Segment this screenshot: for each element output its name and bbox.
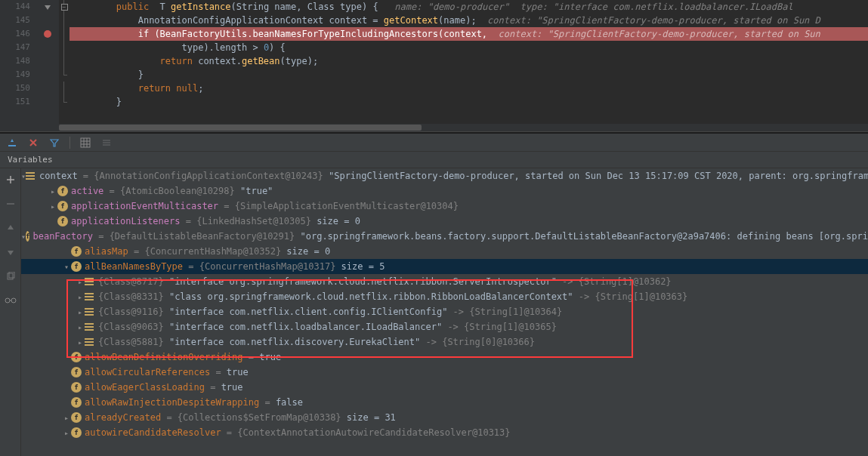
svg-rect-19 <box>26 175 35 177</box>
svg-rect-27 <box>85 308 94 310</box>
svg-rect-35 <box>85 344 94 346</box>
variable-row[interactable]: fapplicationListeners = {LinkedHashSet@1… <box>21 214 868 229</box>
debug-toolbar <box>0 134 868 152</box>
svg-point-15 <box>5 298 10 303</box>
variable-row[interactable]: fallowRawInjectionDespiteWrapping = fals… <box>21 395 868 410</box>
debug-panel: Variables ▾context = {AnnotationConfigAp… <box>0 134 868 456</box>
svg-rect-13 <box>8 273 13 279</box>
horizontal-scrollbar[interactable] <box>59 124 868 131</box>
grid-icon[interactable] <box>79 137 91 149</box>
variables-sidebar <box>0 168 21 456</box>
variable-row[interactable]: fallowCircularReferences = true <box>21 365 868 380</box>
code-editor[interactable]: 144145146147148149150151 − public T getI… <box>0 0 868 131</box>
variable-row[interactable]: ▸factive = {AtomicBoolean@10298} "true" <box>21 183 868 199</box>
copy-icon[interactable] <box>4 270 17 283</box>
variable-row[interactable]: fallowBeanDefinitionOverriding = true <box>21 350 868 365</box>
variables-header: Variables <box>0 152 868 168</box>
remove-watch-icon[interactable] <box>27 137 39 149</box>
variable-row[interactable]: ▾fbeanFactory = {DefaultListableBeanFact… <box>21 229 868 244</box>
variable-row[interactable]: ▸{Class@5881} "interface com.netflix.dis… <box>21 334 868 350</box>
up-icon[interactable] <box>4 221 17 235</box>
down-icon[interactable] <box>4 245 17 259</box>
svg-point-16 <box>11 298 16 303</box>
svg-rect-30 <box>85 323 94 325</box>
variable-row[interactable]: ▸{Class@8331} "class org.springframework… <box>21 289 868 304</box>
variables-tree[interactable]: ▾context = {AnnotationConfigApplicationC… <box>21 168 868 456</box>
svg-point-0 <box>44 30 51 38</box>
svg-rect-2 <box>81 138 90 147</box>
variable-row[interactable]: ▸falreadyCreated = {Collections$SetFromM… <box>21 410 868 425</box>
svg-rect-20 <box>26 178 35 180</box>
svg-rect-14 <box>9 272 14 278</box>
variable-row[interactable]: ▸{Class@9116} "interface com.netflix.cli… <box>21 304 868 319</box>
svg-rect-1 <box>8 145 16 146</box>
separator <box>70 137 70 149</box>
scrollbar-thumb[interactable] <box>59 125 422 131</box>
variable-row[interactable]: fallowEagerClassLoading = true <box>21 380 868 395</box>
svg-rect-23 <box>85 284 94 285</box>
svg-rect-33 <box>85 338 94 340</box>
variable-row[interactable]: ▸{Class@9063} "interface com.netflix.loa… <box>21 319 868 334</box>
svg-rect-34 <box>85 341 94 343</box>
svg-rect-21 <box>85 278 94 279</box>
variable-row[interactable]: ▸fapplicationEventMulticaster = {SimpleA… <box>21 199 868 214</box>
add-watch-icon[interactable] <box>6 137 18 149</box>
variable-row[interactable]: ▾context = {AnnotationConfigApplicationC… <box>21 168 868 183</box>
icon-gutter[interactable] <box>36 0 59 131</box>
variable-row[interactable]: ▸fautowireCandidateResolver = {ContextAn… <box>21 425 868 440</box>
svg-rect-29 <box>85 314 94 316</box>
svg-rect-22 <box>85 281 94 282</box>
variable-row[interactable]: ▸{Class@8717} "interface org.springframe… <box>21 274 868 289</box>
minus-icon[interactable] <box>4 197 17 211</box>
plus-icon[interactable] <box>4 173 17 186</box>
svg-rect-28 <box>85 311 94 313</box>
list-icon[interactable] <box>100 137 113 149</box>
svg-rect-25 <box>85 296 94 297</box>
fold-gutter[interactable]: − <box>59 0 70 131</box>
svg-rect-31 <box>85 326 94 328</box>
variable-row[interactable]: ▾fallBeanNamesByType = {ConcurrentHashMa… <box>21 259 868 274</box>
svg-rect-32 <box>85 329 94 331</box>
svg-rect-24 <box>85 293 94 294</box>
svg-rect-18 <box>26 172 35 174</box>
line-number-gutter: 144145146147148149150151 <box>0 0 36 131</box>
glasses-icon[interactable] <box>4 294 17 307</box>
variable-row[interactable]: faliasMap = {ConcurrentHashMap@10352} si… <box>21 244 868 259</box>
filter-icon[interactable] <box>48 137 60 149</box>
svg-rect-26 <box>85 299 94 300</box>
code-content[interactable]: public T getInstance(String name, Class … <box>70 0 868 131</box>
